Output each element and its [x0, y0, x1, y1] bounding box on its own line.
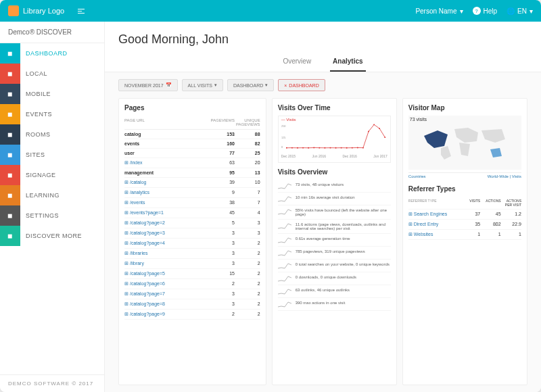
sidebar-item-label: DISCOVER MORE: [20, 232, 82, 239]
sparkline-icon: [278, 237, 291, 243]
table-row[interactable]: ⊞ /index6320: [124, 158, 260, 168]
map-icon: [417, 122, 512, 163]
sidebar-item-label: EVENTS: [20, 111, 52, 118]
nav-icon: ◼: [0, 226, 20, 246]
chevron-down-icon: ▾: [530, 7, 533, 15]
table-row[interactable]: ⊞ /catalog?page=832: [124, 299, 260, 310]
table-row[interactable]: ⊞ /catalog?page=253: [124, 218, 260, 228]
nav-icon: ◼: [0, 64, 20, 84]
chevron-down-icon: ▾: [214, 82, 217, 88]
sidebar-item-label: MOBILE: [20, 91, 51, 97]
sidebar-item-sites[interactable]: ◼SITES: [0, 145, 104, 165]
sidebar-item-rooms[interactable]: ◼ROOMS: [0, 124, 104, 145]
svg-point-20: [379, 128, 380, 129]
world-map[interactable]: 73 visits: [408, 116, 521, 170]
sparkline-icon: [278, 262, 291, 269]
person-menu[interactable]: Person Name▾: [415, 7, 463, 15]
table-row[interactable]: ⊞ /events387: [124, 198, 260, 208]
table-row[interactable]: ⊞ /libraries32: [124, 249, 260, 259]
sidebar-item-local[interactable]: ◼LOCAL: [0, 64, 104, 84]
nav-icon: ◼: [0, 43, 20, 64]
table-row[interactable]: events16082: [124, 139, 260, 149]
sparkline-icon: [278, 208, 291, 215]
tabs: Overview Analytics: [105, 52, 541, 72]
tab-analytics[interactable]: Analytics: [330, 52, 365, 72]
language-menu[interactable]: 🌐EN▾: [507, 7, 533, 15]
svg-point-6: [302, 147, 304, 149]
svg-point-13: [340, 147, 342, 149]
sidebar-item-signage[interactable]: ◼SIGNAGE: [0, 165, 104, 185]
sparkline-icon: [278, 275, 291, 282]
svg-point-15: [351, 147, 352, 149]
table-row[interactable]: ⊞ /catalog?page=432: [124, 239, 260, 249]
sparkline-icon: [278, 195, 291, 202]
sidebar-item-learning[interactable]: ◼LEARNING: [0, 185, 104, 205]
nav-icon: ◼: [0, 185, 20, 205]
filter-dashboard[interactable]: DASHBOARD ▾: [227, 79, 274, 91]
svg-point-8: [313, 147, 314, 149]
svg-point-7: [308, 147, 309, 149]
tab-overview[interactable]: Overview: [280, 52, 314, 72]
svg-point-21: [384, 137, 385, 138]
table-row[interactable]: ⊞ Direct Entry3580222.9: [408, 220, 521, 230]
table-row[interactable]: ⊞ /catalog?page=732: [124, 289, 260, 299]
nav-icon: ◼: [0, 104, 20, 124]
filter-remove-dashboard[interactable]: × DASHBOARD: [278, 79, 325, 91]
table-row[interactable]: ⊞ /analytics97: [124, 188, 260, 198]
sparkline-icon: [278, 182, 291, 189]
table-row[interactable]: user7725: [124, 149, 260, 158]
table-row[interactable]: management9513: [124, 168, 260, 178]
sidebar-item-dashboard[interactable]: ◼DASHBOARD: [0, 43, 104, 64]
svg-point-10: [324, 147, 325, 149]
sparkline-icon: [278, 222, 291, 229]
sparkline-icon: [278, 288, 291, 295]
table-row[interactable]: catalog15388: [124, 130, 260, 139]
sidebar-item-label: LEARNING: [20, 192, 60, 199]
table-row[interactable]: ⊞ /catalog3910: [124, 178, 260, 188]
visits-overview-title: Visits Overview: [278, 168, 391, 176]
table-row[interactable]: ⊞ Search Engines37451.2: [408, 210, 521, 220]
svg-point-4: [291, 147, 293, 149]
nav-icon: ◼: [0, 205, 20, 226]
overview-item: 785 pageviews, 319 unique pageviews: [278, 247, 391, 260]
footer: DEMCO SOFTWARE © 2017: [0, 374, 104, 392]
overview-item: 390 max actions in one visit: [278, 298, 391, 311]
table-row[interactable]: ⊞ Websites111: [408, 230, 521, 240]
svg-point-18: [368, 131, 369, 132]
help-button[interactable]: ?Help: [473, 7, 498, 15]
table-row[interactable]: ⊞ /catalog?page=333: [124, 228, 260, 239]
table-row[interactable]: ⊞ /catalog?page=5152: [124, 269, 260, 279]
table-row[interactable]: ⊞ /library32: [124, 259, 260, 269]
menu-toggle-icon[interactable]: [78, 9, 415, 14]
table-row[interactable]: ⊞ /catalog?page=622: [124, 279, 260, 289]
sidebar-item-settings[interactable]: ◼SETTINGS: [0, 205, 104, 226]
sidebar-item-events[interactable]: ◼EVENTS: [0, 104, 104, 124]
overview-item: 73 visits, 48 unique visitors: [278, 180, 391, 193]
overview-item: 11.6 actions (page views, downloads, out…: [278, 220, 391, 234]
pages-panel: Pages PAGE URLPAGEVIEWSUNIQUE PAGEVIEWS …: [118, 98, 266, 385]
nav-icon: ◼: [0, 124, 20, 145]
sidebar-item-discover-more[interactable]: ◼DISCOVER MORE: [0, 226, 104, 246]
svg-point-16: [357, 147, 358, 149]
topbar: Library Logo Person Name▾ ?Help 🌐EN▾: [0, 0, 541, 22]
sidebar-item-mobile[interactable]: ◼MOBILE: [0, 84, 104, 104]
map-panel: Visitor Map 73 visits Count: [402, 98, 527, 385]
visits-over-time-title: Visits Over Time: [278, 104, 391, 112]
table-row[interactable]: ⊞ /catalog?page=922: [124, 310, 260, 320]
table-row[interactable]: ⊞ /events?page=1454: [124, 208, 260, 218]
nav-icon: ◼: [0, 145, 20, 165]
svg-point-11: [329, 147, 331, 149]
filter-visits[interactable]: ALL VISITS ▾: [182, 79, 223, 91]
visits-panel: Visits Over Time — Visits 250 125 0 Dec …: [272, 98, 397, 385]
overview-item: 0 total searches on your website, 0 uniq…: [278, 260, 391, 272]
overview-item: 55% visits have bounced (left the websit…: [278, 205, 391, 220]
svg-point-5: [297, 147, 298, 149]
svg-text:0: 0: [281, 145, 283, 149]
filter-date[interactable]: NOVEMBER 2017 📅: [118, 79, 178, 91]
svg-text:250: 250: [281, 124, 286, 128]
pages-title: Pages: [124, 104, 260, 112]
close-icon: ×: [284, 83, 287, 88]
calendar-icon: 📅: [166, 82, 172, 88]
logo[interactable]: Library Logo: [8, 5, 64, 16]
visitor-map-title: Visitor Map: [408, 104, 521, 112]
